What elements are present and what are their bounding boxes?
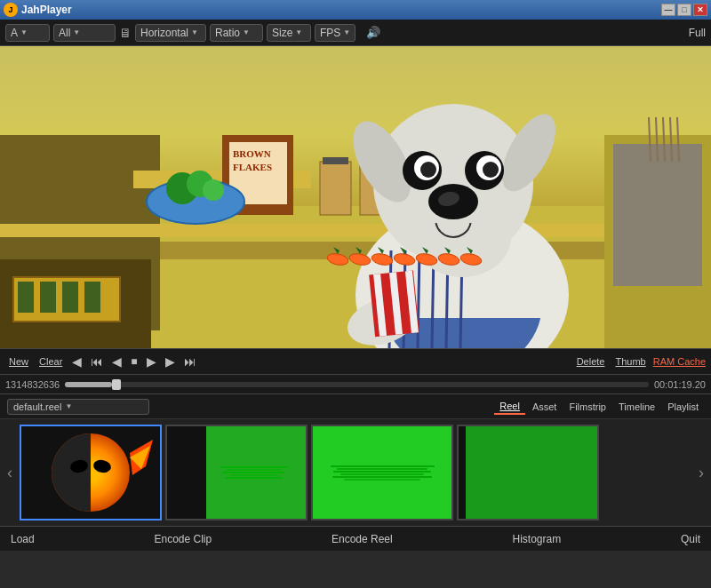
fps-arrow: ▼ — [343, 28, 350, 36]
histogram-button[interactable]: Histogram — [508, 531, 564, 547]
tab-filmstrip[interactable]: Filmstrip — [563, 400, 611, 414]
film-thumb-1[interactable] — [20, 425, 162, 520]
ratio-dropdown[interactable]: Ratio ▼ — [210, 24, 263, 42]
horizontal-arrow: ▼ — [191, 28, 198, 36]
a-arrow: ▼ — [20, 28, 28, 36]
all-arrow: ▼ — [73, 28, 80, 36]
timeline-thumb[interactable] — [112, 379, 121, 390]
maximize-button[interactable]: □ — [677, 4, 691, 16]
ratio-label: Ratio — [215, 27, 240, 39]
toolbar: A ▼ All ▼ 🖥 Horizontal ▼ Ratio ▼ Size ▼ … — [0, 20, 711, 46]
film-thumb-2[interactable] — [165, 425, 308, 520]
volume-icon[interactable]: 🔊 — [366, 26, 380, 39]
skip-back-button[interactable]: ◀ — [69, 354, 84, 369]
quit-button[interactable]: Quit — [677, 531, 704, 547]
window-title: JahPlayer — [21, 4, 72, 16]
all-label: All — [59, 27, 70, 39]
tab-timeline[interactable]: Timeline — [613, 400, 660, 414]
size-dropdown[interactable]: Size ▼ — [267, 24, 311, 42]
tab-playlist[interactable]: Playlist — [662, 400, 704, 414]
step-back-button[interactable]: ◀ — [109, 354, 124, 369]
horizontal-dropdown[interactable]: Horizontal ▼ — [135, 24, 206, 42]
clear-button[interactable]: Clear — [36, 355, 66, 368]
thumb-2-overlay — [167, 426, 306, 519]
minimize-button[interactable]: — — [661, 4, 675, 16]
time-display: 00:01:19.20 — [654, 379, 706, 390]
play-button[interactable]: ▶ — [144, 354, 159, 369]
a-label: A — [11, 27, 18, 39]
tab-asset[interactable]: Asset — [527, 400, 563, 414]
thumb-3-overlay — [313, 426, 451, 519]
reel-dropdown-arrow: ▼ — [65, 402, 72, 410]
frame-counter: 1314832636 — [5, 379, 60, 390]
timeline-track[interactable] — [65, 382, 649, 387]
step-forward-button[interactable]: ▶ — [163, 354, 178, 369]
tab-reel[interactable]: Reel — [494, 399, 525, 415]
reel-bar: default.reel ▼ Reel Asset Filmstrip Time… — [0, 394, 711, 419]
timeline-progress — [65, 382, 112, 387]
stop-button[interactable]: ■ — [128, 355, 140, 368]
full-button[interactable]: Full — [689, 27, 706, 39]
ratio-arrow: ▼ — [243, 28, 250, 36]
encode-clip-button[interactable]: Encode Clip — [150, 531, 215, 547]
filmstrip-prev-button[interactable]: ‹ — [4, 464, 16, 482]
prev-frame-button[interactable]: ⏮ — [88, 354, 106, 369]
thumb-4-overlay — [466, 426, 597, 519]
title-bar: J JahPlayer — □ ✕ — [0, 0, 711, 20]
monitor-icon: 🖥 — [119, 26, 132, 40]
window-controls: — □ ✕ — [661, 4, 707, 16]
horizontal-label: Horizontal — [140, 27, 188, 39]
reel-dropdown[interactable]: default.reel ▼ — [7, 399, 149, 415]
film-thumbnails — [20, 423, 691, 522]
thumb-button[interactable]: Thumb — [611, 355, 649, 368]
load-button[interactable]: Load — [7, 531, 38, 547]
fps-dropdown[interactable]: FPS ▼ — [315, 24, 356, 42]
filmstrip-next-button[interactable]: › — [695, 464, 707, 482]
reel-dropdown-label: default.reel — [13, 401, 61, 412]
filmstrip-area: ‹ — [0, 419, 711, 526]
bottom-bar: Load Encode Clip Encode Reel Histogram Q… — [0, 526, 711, 551]
ram-cache-button[interactable]: RAM Cache — [653, 356, 706, 367]
size-label: Size — [272, 27, 292, 39]
fps-label: FPS — [320, 27, 340, 39]
new-button[interactable]: New — [5, 355, 32, 368]
encode-reel-button[interactable]: Encode Reel — [328, 531, 396, 547]
film-thumb-4[interactable] — [457, 425, 599, 520]
close-button[interactable]: ✕ — [693, 4, 707, 16]
film-thumb-3[interactable] — [311, 425, 453, 520]
a-dropdown[interactable]: A ▼ — [5, 24, 50, 42]
reel-tabs: Reel Asset Filmstrip Timeline Playlist — [494, 399, 704, 415]
skip-forward-button[interactable]: ⏭ — [181, 354, 199, 369]
controls-bar: New Clear ◀ ⏮ ◀ ■ ▶ ▶ ⏭ Delete Thumb RAM… — [0, 348, 711, 375]
app-icon: J — [4, 3, 18, 17]
all-dropdown[interactable]: All ▼ — [53, 24, 116, 42]
title-left: J JahPlayer — [4, 3, 72, 17]
size-arrow: ▼ — [295, 28, 302, 36]
video-area — [0, 46, 711, 348]
timeline-bar: 1314832636 00:01:19.20 — [0, 375, 711, 394]
delete-button[interactable]: Delete — [573, 355, 609, 368]
